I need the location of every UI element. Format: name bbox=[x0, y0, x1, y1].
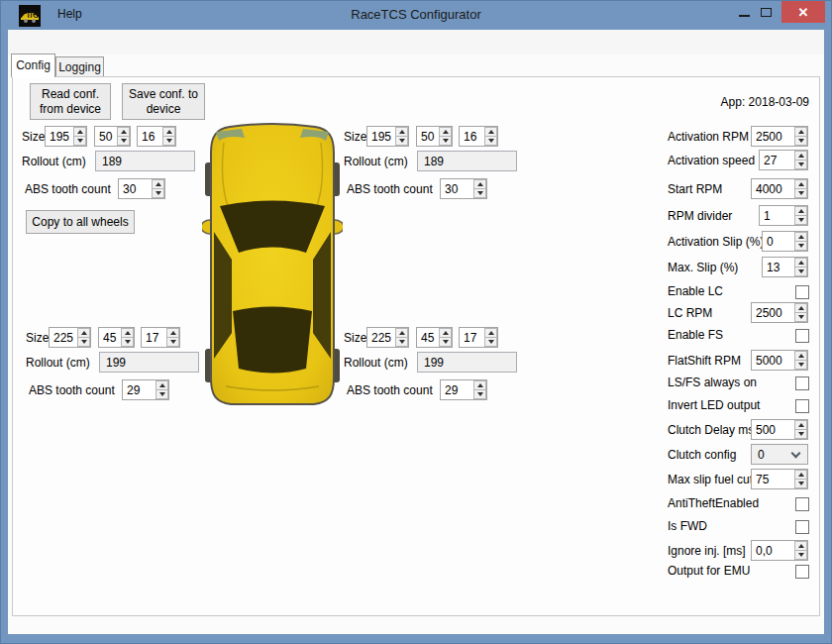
menu-file[interactable]: File bbox=[14, 5, 45, 23]
rear-left-size-diameter-value[interactable]: 17 bbox=[142, 328, 166, 347]
activation-speed-spinner[interactable]: 27 bbox=[759, 150, 808, 170]
clutch-config-dropdown[interactable]: 0 bbox=[751, 444, 808, 465]
invert-led-output-checkbox[interactable] bbox=[795, 399, 809, 413]
close-button[interactable]: ✕ bbox=[781, 1, 825, 23]
front-right-abs-tooth-count-spinner[interactable]: 30 bbox=[440, 178, 487, 199]
max-slip-fuel-cut-down-button[interactable] bbox=[794, 480, 807, 488]
flatshift-rpm-up-button[interactable] bbox=[794, 351, 807, 361]
rear-left-size-profile-spinner[interactable]: 45 bbox=[98, 327, 135, 348]
flatshift-rpm-value[interactable]: 5000 bbox=[752, 351, 794, 370]
rear-left-size-width-spinner[interactable]: 225 bbox=[49, 327, 91, 348]
save-conf-button[interactable]: Save conf. to device bbox=[122, 83, 205, 120]
rear-right-abs-tooth-count-spinner[interactable]: 29 bbox=[440, 379, 487, 400]
rear-right-size-profile-up-button[interactable] bbox=[439, 328, 452, 338]
activation-slip-value[interactable]: 0 bbox=[763, 232, 794, 251]
rpm-divider-down-button[interactable] bbox=[794, 216, 807, 225]
activation-slip-up-button[interactable] bbox=[794, 232, 807, 242]
rear-right-size-width-value[interactable]: 225 bbox=[367, 328, 395, 347]
start-rpm-up-button[interactable] bbox=[794, 179, 807, 189]
front-left-size-width-down-button[interactable] bbox=[73, 137, 86, 146]
ignore-inj-ms-spinner[interactable]: 0,0 bbox=[751, 540, 808, 561]
rear-right-abs-tooth-count-up-button[interactable] bbox=[473, 380, 486, 390]
front-left-size-width-up-button[interactable] bbox=[73, 127, 86, 137]
front-left-size-diameter-down-button[interactable] bbox=[162, 137, 175, 146]
antitheftenabled-checkbox[interactable] bbox=[795, 497, 809, 511]
flatshift-rpm-spinner[interactable]: 5000 bbox=[751, 350, 808, 371]
rear-right-size-diameter-down-button[interactable] bbox=[484, 338, 497, 347]
front-left-size-profile-up-button[interactable] bbox=[117, 127, 130, 137]
max-slip-fuel-cut-up-button[interactable] bbox=[794, 470, 807, 480]
max-slip-value[interactable]: 13 bbox=[763, 258, 794, 276]
title-bar[interactable]: RaceTCS Configurator ✕ bbox=[0, 0, 832, 30]
front-left-abs-tooth-count-spinner[interactable]: 30 bbox=[118, 178, 165, 199]
front-left-abs-tooth-count-value[interactable]: 30 bbox=[119, 179, 152, 198]
rear-left-size-diameter-spinner[interactable]: 17 bbox=[141, 327, 180, 348]
minimize-button[interactable] bbox=[739, 15, 750, 17]
front-left-size-profile-down-button[interactable] bbox=[117, 137, 130, 146]
rear-left-abs-tooth-count-value[interactable]: 29 bbox=[123, 380, 156, 399]
activation-speed-up-button[interactable] bbox=[794, 151, 807, 161]
rear-left-size-diameter-down-button[interactable] bbox=[166, 338, 179, 347]
front-left-rollout-field[interactable]: 189 bbox=[95, 151, 195, 171]
front-right-abs-tooth-count-value[interactable]: 30 bbox=[441, 179, 473, 198]
ignore-inj-ms-down-button[interactable] bbox=[794, 551, 807, 560]
copy-to-all-wheels-button[interactable]: Copy to all wheels bbox=[26, 210, 135, 234]
flatshift-rpm-down-button[interactable] bbox=[794, 361, 807, 370]
front-left-size-width-value[interactable]: 195 bbox=[46, 127, 73, 146]
front-left-size-diameter-value[interactable]: 16 bbox=[138, 127, 162, 146]
output-for-emu-checkbox[interactable] bbox=[795, 565, 809, 579]
front-right-rollout-field[interactable]: 189 bbox=[417, 151, 517, 171]
clutch-delay-ms-value[interactable]: 500 bbox=[752, 420, 794, 439]
enable-lc-checkbox[interactable] bbox=[795, 285, 809, 299]
tab-logging[interactable]: Logging bbox=[55, 56, 104, 77]
activation-slip-spinner[interactable]: 0 bbox=[762, 231, 808, 252]
clutch-delay-ms-down-button[interactable] bbox=[794, 430, 807, 439]
rear-right-abs-tooth-count-value[interactable]: 29 bbox=[441, 380, 473, 399]
max-slip-down-button[interactable] bbox=[794, 268, 807, 276]
front-right-size-width-up-button[interactable] bbox=[395, 127, 408, 137]
front-right-size-diameter-down-button[interactable] bbox=[484, 137, 497, 146]
lc-rpm-up-button[interactable] bbox=[794, 303, 807, 313]
rear-right-size-diameter-up-button[interactable] bbox=[484, 328, 497, 338]
front-left-size-diameter-spinner[interactable]: 16 bbox=[137, 126, 176, 147]
rear-left-size-diameter-up-button[interactable] bbox=[166, 328, 179, 338]
rear-left-size-width-up-button[interactable] bbox=[77, 328, 90, 338]
lc-rpm-value[interactable]: 2500 bbox=[752, 303, 794, 322]
rpm-divider-up-button[interactable] bbox=[794, 206, 807, 216]
start-rpm-down-button[interactable] bbox=[794, 189, 807, 198]
enable-fs-checkbox[interactable] bbox=[795, 329, 809, 343]
rear-right-size-width-up-button[interactable] bbox=[395, 328, 408, 338]
front-right-size-width-down-button[interactable] bbox=[395, 137, 408, 146]
read-conf-button[interactable]: Read conf. from device bbox=[30, 83, 111, 120]
front-left-size-profile-value[interactable]: 50 bbox=[95, 127, 117, 146]
front-left-size-diameter-up-button[interactable] bbox=[162, 127, 175, 137]
rear-right-size-diameter-value[interactable]: 17 bbox=[460, 328, 484, 347]
front-right-size-profile-down-button[interactable] bbox=[439, 137, 452, 146]
rear-left-abs-tooth-count-up-button[interactable] bbox=[156, 380, 168, 390]
front-right-size-profile-value[interactable]: 50 bbox=[417, 127, 439, 146]
rpm-divider-spinner[interactable]: 1 bbox=[759, 205, 808, 226]
front-right-size-width-value[interactable]: 195 bbox=[367, 127, 395, 146]
ignore-inj-ms-up-button[interactable] bbox=[794, 541, 807, 551]
rear-left-abs-tooth-count-down-button[interactable] bbox=[156, 390, 168, 399]
rear-left-size-width-value[interactable]: 225 bbox=[50, 328, 77, 347]
front-right-size-profile-up-button[interactable] bbox=[439, 127, 452, 137]
front-right-abs-tooth-count-up-button[interactable] bbox=[473, 179, 486, 189]
start-rpm-value[interactable]: 4000 bbox=[752, 179, 794, 198]
activation-rpm-down-button[interactable] bbox=[794, 137, 807, 146]
max-slip-fuel-cut-spinner[interactable]: 75 bbox=[751, 469, 808, 489]
rear-right-abs-tooth-count-down-button[interactable] bbox=[473, 390, 486, 399]
activation-rpm-spinner[interactable]: 2500 bbox=[751, 126, 808, 147]
front-right-abs-tooth-count-down-button[interactable] bbox=[473, 189, 486, 198]
max-slip-up-button[interactable] bbox=[794, 258, 807, 268]
clutch-delay-ms-spinner[interactable]: 500 bbox=[751, 419, 808, 440]
maximize-button[interactable] bbox=[761, 8, 772, 17]
lc-rpm-spinner[interactable]: 2500 bbox=[751, 302, 808, 323]
rear-right-size-width-spinner[interactable]: 225 bbox=[366, 327, 409, 348]
ls-fs-always-on-checkbox[interactable] bbox=[795, 376, 809, 390]
menu-help[interactable]: Help bbox=[52, 5, 88, 23]
front-right-size-diameter-up-button[interactable] bbox=[484, 127, 497, 137]
front-left-abs-tooth-count-up-button[interactable] bbox=[152, 179, 164, 189]
activation-rpm-up-button[interactable] bbox=[794, 127, 807, 137]
front-right-size-diameter-value[interactable]: 16 bbox=[460, 127, 484, 146]
